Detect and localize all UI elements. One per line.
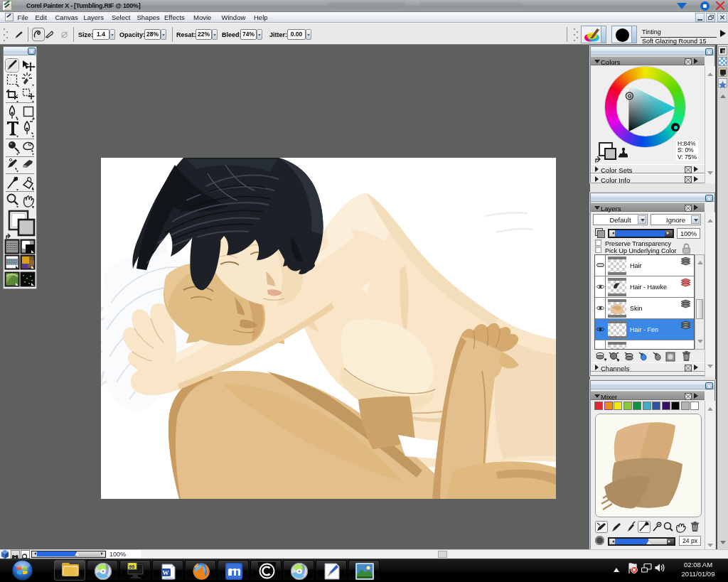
svg-text:W: W xyxy=(163,569,169,576)
svg-text:99: 99 xyxy=(129,564,135,569)
